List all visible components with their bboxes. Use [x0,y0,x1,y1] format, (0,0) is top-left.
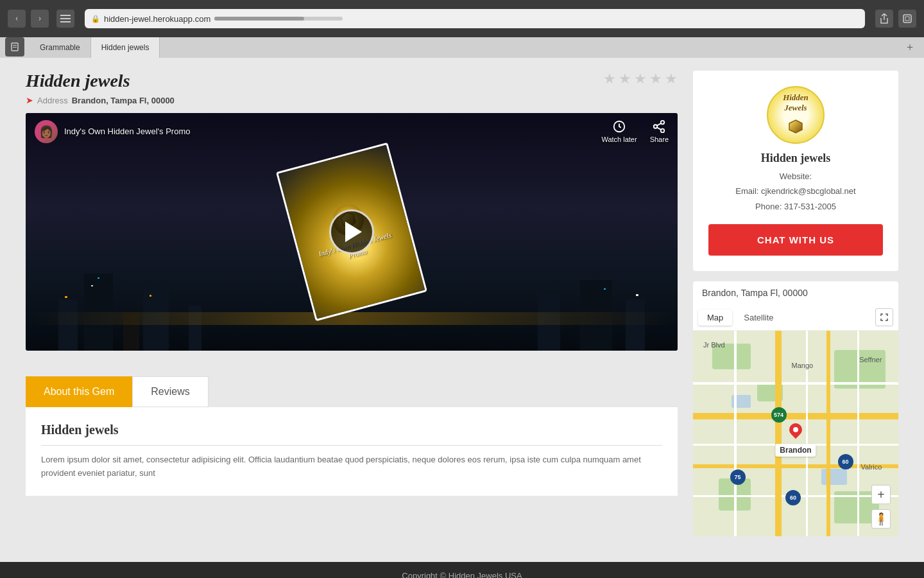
map-pin [789,423,802,441]
svg-rect-0 [60,15,71,16]
video-title: Indy's Own Hidden Jewel's Promo [64,127,190,136]
page-title: Hidden jewels [26,71,678,91]
play-icon [345,222,362,242]
progress-bar [214,17,343,21]
header-area: Hidden jewels ➤ Address Brandon, Tampa F… [26,71,678,105]
play-button[interactable] [329,209,374,254]
address-bar[interactable]: 🔒 hidden-jewel.herokuapp.com [85,9,865,28]
tab-reviews[interactable]: Reviews [132,376,208,407]
video-title-row: 👩🏾 Indy's Own Hidden Jewel's Promo [35,120,190,143]
svg-line-12 [657,127,661,130]
bookmarks-icon[interactable] [5,37,24,57]
back-button[interactable]: ‹ [8,10,26,28]
email-label: Email: [735,186,758,196]
business-info: Website: Email: cjkendrick@sbcglobal.net… [708,169,883,214]
svg-rect-7 [13,47,17,48]
website-label: Website: [780,171,812,181]
main-layout: Hidden jewels ➤ Address Brandon, Tampa F… [0,58,924,549]
about-divider [41,445,662,446]
tab-about-gem[interactable]: About this Gem [26,376,132,407]
email-value: cjkendrick@sbcglobal.net [761,186,856,196]
video-actions: Watch later Share [601,119,669,143]
zoom-in-button[interactable]: + [871,485,891,504]
svg-point-9 [661,121,665,125]
highway-badge-574: 574 [771,407,787,423]
share-icon[interactable] [875,10,893,28]
tab-hidden-jewels[interactable]: Hidden jewels [91,37,160,58]
sidebar-button[interactable] [56,10,74,28]
about-title: Hidden jewels [41,423,662,437]
browser-chrome: ‹ › 🔒 hidden-jewel.herokuapp.com [0,0,924,37]
business-card: HiddenJewels [693,71,898,271]
share-video-button[interactable]: Share [650,119,669,143]
street-view-button[interactable]: 🧍 [871,509,891,529]
browser-tabs: Grammable Hidden jewels + [0,37,924,58]
browser-right-icons [875,10,916,28]
highway-badge-75: 75 [730,469,746,485]
business-logo: HiddenJewels [767,86,825,144]
map-tab-satellite[interactable]: Satellite [735,310,782,326]
highway-badge-60: 60 [838,454,853,469]
tabs-section: About this Gem Reviews [26,376,678,407]
phone-label: Phone: [755,202,782,211]
star-3: ★ [634,71,647,87]
svg-rect-6 [13,45,17,46]
svg-point-10 [654,125,658,128]
star-1: ★ [603,71,616,87]
address-row: ➤ Address Brandon, Tampa Fl, 00000 [26,95,678,105]
map-tab-map[interactable]: Map [698,310,732,326]
brandon-label: Brandon [775,444,816,457]
website-row: Website: [708,169,883,184]
map-tab-bar: Map Satellite [693,304,898,331]
svg-rect-3 [903,15,911,22]
tab-grammable[interactable]: Grammable [30,37,91,58]
forward-button[interactable]: › [31,10,49,28]
chat-button[interactable]: CHAT WITH US [708,224,883,256]
about-section: Hidden jewels Lorem ipsum dolor sit amet… [26,407,678,496]
phone-value: 317-531-2005 [784,202,836,211]
svg-line-13 [657,123,661,126]
sidebar: HiddenJewels [693,71,898,536]
phone-row: Phone: 317-531-2005 [708,199,883,214]
highway-badge-60b: 60 [785,490,801,505]
address-value: Brandon, Tampa Fl, 00000 [72,96,175,105]
footer: Copyright © Hidden Jewels USA [0,562,924,578]
star-2: ★ [619,71,631,87]
star-4: ★ [649,71,662,87]
star-5: ★ [665,71,678,87]
url-text: hidden-jewel.herokuapp.com [104,14,210,24]
new-tab-button[interactable]: + [901,37,919,58]
email-row: Email: cjkendrick@sbcglobal.net [708,184,883,198]
footer-text: Copyright © Hidden Jewels USA [402,571,522,578]
map-area[interactable]: 574 75 60 60 Mango Seffner Valrico Jr Bl… [693,331,898,536]
watch-later-button[interactable]: Watch later [601,119,637,143]
about-text: Lorem ipsum dolor sit amet, consectetur … [41,453,662,480]
svg-rect-1 [60,18,71,19]
svg-rect-4 [905,17,909,21]
stars-rating: ★ ★ ★ ★ ★ [603,71,678,87]
svg-rect-2 [60,21,71,22]
svg-point-11 [661,129,665,133]
map-background: 574 75 60 60 Mango Seffner Valrico Jr Bl… [693,331,898,536]
map-address: Brandon, Tampa Fl, 00000 [693,281,898,304]
avatar: 👩🏾 [35,120,58,143]
fullscreen-icon[interactable] [898,10,916,28]
map-fullscreen-button[interactable] [875,308,893,326]
business-name: Hidden jewels [708,152,883,165]
address-label: Address [37,96,68,105]
lock-icon: 🔒 [91,15,100,23]
video-player[interactable]: Indy's Own Hidden Jewels Promo 👩🏾 Indy's… [26,113,678,351]
map-card: Brandon, Tampa Fl, 00000 Map Satellite [693,281,898,536]
video-header: 👩🏾 Indy's Own Hidden Jewel's Promo Watch… [26,113,678,150]
content-area: Hidden jewels ➤ Address Brandon, Tampa F… [26,71,678,536]
